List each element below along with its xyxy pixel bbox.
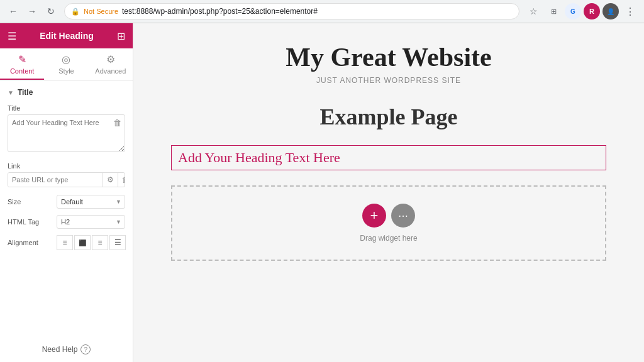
address-bar[interactable]: 🔒 Not Secure test:8888/wp-admin/post.php…: [64, 3, 519, 19]
title-section-header: ▼ Title: [8, 88, 125, 97]
extensions-button[interactable]: ⊞: [545, 3, 562, 20]
title-textarea-wrapper: 🗑: [8, 114, 125, 155]
url-text: test:8888/wp-admin/post.php?post=25&acti…: [122, 7, 318, 16]
hamburger-icon[interactable]: ☰: [8, 30, 16, 42]
link-field-group: Link ⚙ 🗑: [8, 162, 125, 187]
need-help-section[interactable]: Need Help ?: [0, 337, 133, 362]
back-button[interactable]: ←: [5, 3, 21, 19]
link-field-label: Link: [8, 162, 125, 170]
drag-hint-text: Drag widget here: [360, 234, 417, 243]
browser-chrome: ← → ↻ 🔒 Not Secure test:8888/wp-admin/po…: [0, 0, 644, 23]
html-tag-field-row: HTML Tag H1 H2 H3 H4 H5 H6 ▼: [8, 215, 125, 229]
style-tab-label: Style: [58, 67, 74, 75]
size-select-wrapper: Default Large XL ▼: [57, 195, 125, 209]
not-secure-label: Not Secure: [84, 8, 118, 15]
heading-widget-text: Add Your Heading Text Here: [178, 150, 340, 165]
content-tab-icon: ✎: [18, 53, 26, 65]
not-secure-icon: 🔒: [71, 8, 80, 16]
main-layout: ☰ Edit Heading ⊞ ✎ Content ◎ Style ⚙ Adv…: [0, 23, 644, 362]
align-center-button[interactable]: ⬛: [74, 235, 91, 250]
site-title: My Great Website: [286, 42, 491, 72]
panel-header: ☰ Edit Heading ⊞: [0, 23, 133, 48]
style-tab-icon: ◎: [62, 53, 70, 65]
tab-content[interactable]: ✎ Content: [0, 48, 44, 80]
alignment-buttons: ≡ ⬛ ≡ ☰: [57, 235, 126, 250]
size-field-label: Size: [8, 198, 52, 206]
profile-r-button[interactable]: R: [584, 3, 600, 19]
bookmark-button[interactable]: ☆: [525, 3, 542, 20]
drag-widget-area: + ⋯ Drag widget here: [171, 185, 606, 261]
title-field-group: Title 🗑: [8, 104, 125, 155]
align-justify-button[interactable]: ☰: [109, 235, 126, 250]
panel-body: ▼ Title Title 🗑 Link ⚙ 🗑: [0, 80, 133, 337]
reload-button[interactable]: ↻: [43, 3, 59, 19]
tab-advanced[interactable]: ⚙ Advanced: [89, 48, 133, 80]
profile-avatar-button[interactable]: 👤: [602, 3, 619, 19]
title-textarea[interactable]: [8, 114, 125, 152]
grid-apps-icon[interactable]: ⊞: [117, 30, 125, 42]
link-input-wrapper: ⚙ 🗑: [8, 172, 125, 187]
link-delete-button[interactable]: 🗑: [118, 173, 125, 187]
align-left-button[interactable]: ≡: [57, 235, 73, 250]
site-subtitle: JUST ANOTHER WORDPRESS SITE: [316, 76, 461, 85]
need-help-label: Need Help: [42, 345, 78, 354]
panel-title: Edit Heading: [16, 31, 117, 41]
align-right-button[interactable]: ≡: [92, 235, 108, 250]
content-tab-label: Content: [10, 67, 35, 75]
html-tag-select-wrapper: H1 H2 H3 H4 H5 H6 ▼: [57, 215, 125, 229]
alignment-field-label: Alignment: [8, 239, 52, 246]
link-settings-button[interactable]: ⚙: [103, 173, 118, 187]
help-icon: ?: [80, 344, 91, 354]
add-widget-button[interactable]: +: [362, 204, 386, 228]
browser-actions: ☆ ⊞ G R 👤 ⋮: [525, 3, 639, 20]
title-field-label: Title: [8, 104, 125, 112]
advanced-tab-icon: ⚙: [106, 53, 115, 65]
title-clear-button[interactable]: 🗑: [113, 118, 121, 128]
left-panel: ☰ Edit Heading ⊞ ✎ Content ◎ Style ⚙ Adv…: [0, 23, 133, 362]
nav-buttons: ← → ↻: [5, 3, 59, 19]
size-select[interactable]: Default Large XL: [57, 195, 125, 209]
forward-button[interactable]: →: [24, 3, 40, 19]
link-input[interactable]: [8, 173, 103, 187]
page-title: Example Page: [171, 104, 606, 130]
profile-g-button[interactable]: G: [565, 3, 581, 19]
widget-options-button[interactable]: ⋯: [391, 204, 415, 228]
tab-style[interactable]: ◎ Style: [44, 48, 88, 80]
panel-tabs: ✎ Content ◎ Style ⚙ Advanced: [0, 48, 133, 80]
heading-widget[interactable]: Add Your Heading Text Here: [171, 145, 606, 170]
canvas-area: My Great Website JUST ANOTHER WORDPRESS …: [133, 23, 644, 362]
section-chevron-icon: ▼: [8, 89, 14, 96]
website-content: My Great Website JUST ANOTHER WORDPRESS …: [133, 23, 644, 362]
size-field-row: Size Default Large XL ▼: [8, 195, 125, 209]
section-title-text: Title: [18, 88, 33, 97]
alignment-field-row: Alignment ≡ ⬛ ≡ ☰ ❓: [8, 235, 125, 250]
widget-action-buttons: + ⋯: [362, 204, 415, 228]
html-tag-field-label: HTML Tag: [8, 218, 52, 226]
advanced-tab-label: Advanced: [95, 67, 126, 75]
chrome-menu-button[interactable]: ⋮: [621, 3, 639, 20]
html-tag-select[interactable]: H1 H2 H3 H4 H5 H6: [57, 215, 125, 229]
